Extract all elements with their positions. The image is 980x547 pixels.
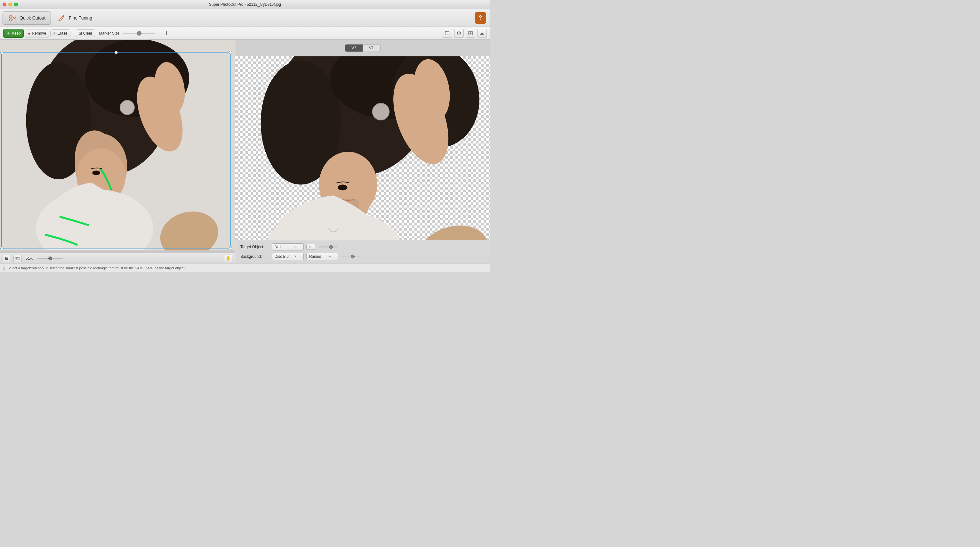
target-object-dropdown[interactable]: Null <box>272 243 304 250</box>
background-dropdown[interactable]: Disc Blur <box>272 253 304 260</box>
info-message: Select a target:You should select the sm… <box>7 266 186 270</box>
info-icon: ℹ <box>3 265 5 271</box>
scissors-icon <box>8 13 17 22</box>
export-button[interactable] <box>477 29 487 38</box>
cutout-image-svg <box>235 56 490 240</box>
svg-point-21 <box>120 100 134 115</box>
pan-tool-button[interactable]: ✋ <box>224 255 232 262</box>
titlebar: Super PhotoCut Pro - 52112_f7yD31Jf.jpg <box>0 0 490 9</box>
keep-label: Keep <box>12 31 21 35</box>
svg-point-0 <box>9 15 12 18</box>
remove-button[interactable]: ● Remove <box>25 29 49 37</box>
color-icon <box>457 31 461 36</box>
tabbar: Quick Cutout Fine Tuning ? <box>0 9 490 27</box>
radius-arrow-icon <box>328 255 332 258</box>
svg-point-1 <box>9 19 12 21</box>
zoom-percent: 51% <box>25 256 33 261</box>
left-panel[interactable]: ⊞ 1:1 51% ✋ <box>0 40 235 263</box>
preview-button[interactable] <box>466 29 475 38</box>
erase-icon: ◇ <box>53 31 56 35</box>
zoom-1-1-label: 1:1 <box>15 257 20 260</box>
marker-size-slider[interactable] <box>123 33 155 34</box>
tab-fine-tuning-label: Fine Tuning <box>69 15 92 21</box>
erase-label: Erase <box>57 31 67 35</box>
clear-icon: ⊡ <box>79 31 82 35</box>
target-object-row: Target Object: Null <box>240 243 485 250</box>
tab-quick-cutout-label: Quick Cutout <box>19 15 45 21</box>
window-title: Super PhotoCut Pro - 52112_f7yD31Jf.jpg <box>209 2 281 7</box>
background-row: Background: Disc Blur Radius <box>240 253 485 260</box>
crop-icon <box>445 31 450 36</box>
right-panel-header: V2 V1 <box>235 40 490 56</box>
svg-point-36 <box>414 218 490 240</box>
right-toolbar <box>442 29 487 38</box>
clear-label: Clear <box>83 31 92 35</box>
target-extra-icon <box>309 245 312 249</box>
tab-quick-cutout[interactable]: Quick Cutout <box>3 11 51 25</box>
separator-1 <box>73 29 73 37</box>
crop-icon-button[interactable] <box>442 29 452 38</box>
maximize-button[interactable] <box>14 3 18 6</box>
bottom-controls: Target Object: Null <box>235 240 490 263</box>
version-v2-button[interactable]: V2 <box>345 45 363 51</box>
target-slider[interactable] <box>318 246 338 247</box>
svg-point-24 <box>92 171 100 175</box>
erase-button[interactable]: ◇ Erase <box>50 29 70 37</box>
toolbar: ＋ Keep ● Remove ◇ Erase ⊡ Clear Marker S… <box>0 27 490 40</box>
version-v1-button[interactable]: V1 <box>363 45 380 51</box>
infobar: ℹ Select a target:You should select the … <box>0 263 490 272</box>
target-extra-dropdown[interactable] <box>306 244 316 250</box>
marker-size-label: Marker Size <box>99 31 119 35</box>
minimize-button[interactable] <box>8 3 12 6</box>
svg-line-4 <box>63 15 64 16</box>
left-image-svg <box>0 40 235 250</box>
dropdown-arrow-icon <box>294 245 297 248</box>
version-toggle: V2 V1 <box>345 44 380 52</box>
remove-label: Remove <box>32 31 46 35</box>
background-label: Background: <box>240 254 269 259</box>
window-controls <box>3 3 18 6</box>
right-canvas-area[interactable] <box>235 56 490 240</box>
color-adjust-button[interactable] <box>454 29 464 38</box>
svg-point-34 <box>372 104 389 120</box>
svg-point-37 <box>338 185 348 190</box>
keep-button[interactable]: ＋ Keep <box>3 29 24 38</box>
radius-slider[interactable] <box>341 256 360 257</box>
remove-icon: ● <box>28 31 30 36</box>
zoom-slider[interactable] <box>37 258 63 259</box>
help-button[interactable]: ? <box>475 12 486 24</box>
main-content: ⊞ 1:1 51% ✋ V2 V1 <box>0 40 490 263</box>
keep-icon: ＋ <box>6 30 11 36</box>
left-statusbar: ⊞ 1:1 51% ✋ <box>0 253 235 263</box>
close-button[interactable] <box>3 3 6 6</box>
target-object-label: Target Object: <box>240 245 269 249</box>
radius-dropdown[interactable]: Radius <box>306 253 338 260</box>
move-tool-button[interactable]: ✛ <box>162 29 170 38</box>
preview-icon <box>468 31 473 36</box>
svg-rect-6 <box>446 32 449 35</box>
right-panel: V2 V1 <box>235 40 490 263</box>
clear-button[interactable]: ⊡ Clear <box>76 29 95 37</box>
zoom-1-1-button[interactable]: 1:1 <box>13 255 22 262</box>
fit-view-button[interactable]: ⊞ <box>3 255 11 262</box>
brush-icon <box>57 13 66 22</box>
svg-point-5 <box>58 20 59 21</box>
bg-dropdown-arrow-icon <box>294 255 297 258</box>
tab-fine-tuning[interactable]: Fine Tuning <box>52 11 97 24</box>
left-canvas[interactable] <box>0 40 235 250</box>
export-icon <box>479 31 485 36</box>
